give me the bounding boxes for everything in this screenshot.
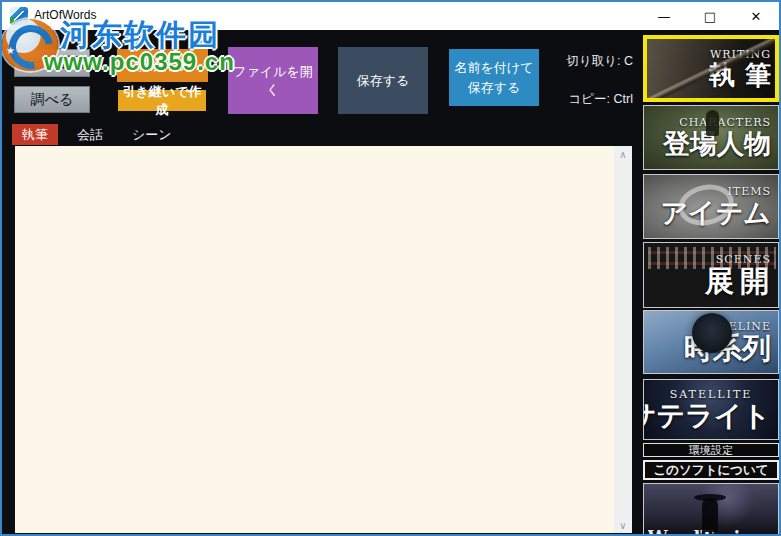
- sidebar-tile-satellite[interactable]: SATELLITE サテライト: [643, 379, 779, 440]
- tab-conversation[interactable]: 会話: [67, 124, 113, 145]
- footer-tile-label: WordTrainer: [648, 529, 775, 535]
- save-button[interactable]: 保存する: [338, 47, 428, 114]
- sidebar-tile-timeline[interactable]: TIMELINE 時系列: [643, 310, 779, 374]
- timeline-ja-label: 時系列: [684, 333, 771, 365]
- writing-en-label: WRITING: [710, 48, 771, 61]
- open-file-button[interactable]: ファイルを開く: [228, 47, 318, 114]
- cut-shortcut-hint: 切り取り: C: [566, 53, 633, 70]
- characters-ja-label: 登場人物: [663, 129, 771, 159]
- scenes-en-label: SCENES: [716, 253, 771, 266]
- items-ja-label: アイテム: [660, 198, 771, 228]
- sidebar-tile-footer[interactable]: WordTrainer: [643, 483, 779, 536]
- about-button[interactable]: このソフトについて: [643, 460, 779, 480]
- satellite-ja-label: サテライト: [643, 401, 771, 432]
- new-file-button[interactable]: 新規作成: [117, 49, 208, 82]
- scroll-down-icon[interactable]: ∨: [614, 517, 632, 533]
- app-icon: [10, 7, 28, 25]
- writing-editor[interactable]: [15, 146, 614, 533]
- tab-scene[interactable]: シーン: [122, 124, 182, 145]
- copy-shortcut-hint: コピー: Ctrl: [569, 91, 633, 108]
- settings-button[interactable]: 環境設定: [643, 443, 779, 457]
- sidebar-tile-characters[interactable]: CHARACTERS 登場人物: [643, 105, 779, 170]
- sidebar-tile-items[interactable]: ITEMS アイテム: [643, 174, 779, 239]
- writing-ja-label: 執筆: [709, 61, 779, 90]
- takeover-create-button[interactable]: 引き継いで作成: [118, 90, 206, 111]
- tab-writing[interactable]: 執筆: [12, 124, 58, 145]
- app-window: ArtOfWords — □ ✕ ページ計算 調べる 新規作成 引き継いで作成 …: [0, 0, 781, 536]
- mode-sidebar: WRITING 執筆 CHARACTERS 登場人物 ITEMS アイテム SC…: [643, 2, 779, 536]
- editor-scrollbar[interactable]: ∧ ∨: [614, 146, 632, 533]
- app-title: ArtOfWords: [34, 8, 96, 22]
- sidebar-tile-scenes[interactable]: SCENES 展開: [643, 242, 779, 308]
- editor-tabs: 執筆 会話 シーン: [12, 124, 191, 145]
- page-calc-button[interactable]: ページ計算: [14, 49, 90, 77]
- save-as-button[interactable]: 名前を付けて 保存する: [449, 49, 539, 106]
- sidebar-tile-writing[interactable]: WRITING 執筆: [643, 35, 779, 102]
- research-button[interactable]: 調べる: [14, 86, 90, 113]
- scenes-ja-label: 展開: [705, 266, 775, 298]
- editor-panel: ∧ ∨: [15, 146, 632, 533]
- scroll-up-icon[interactable]: ∧: [614, 146, 632, 162]
